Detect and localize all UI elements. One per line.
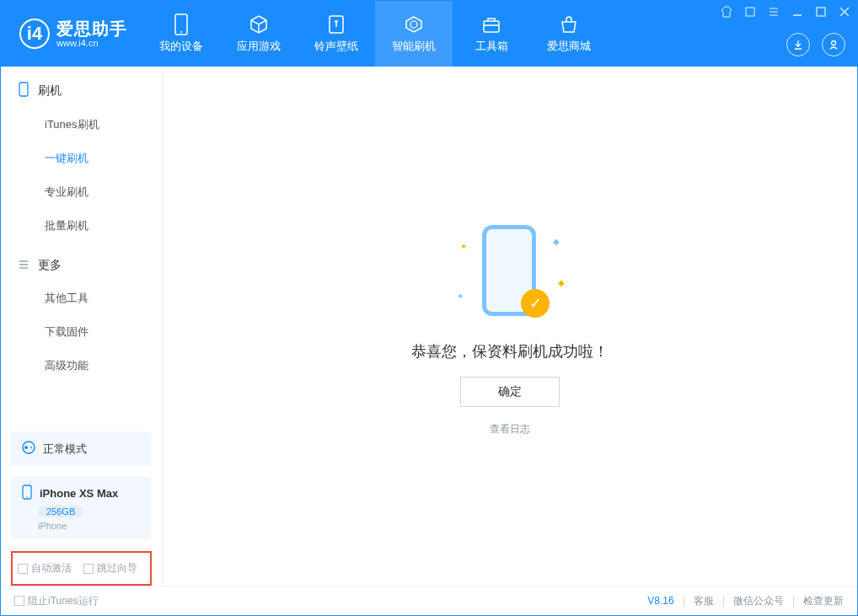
tab-store[interactable]: 爱思商城 [530, 1, 608, 67]
app-header: i4 爱思助手 www.i4.cn 我的设备 应用游戏 铃声壁纸 智能刷机 工具… [1, 1, 857, 67]
mode-label: 正常模式 [43, 442, 87, 457]
sidebar-item-other-tools[interactable]: 其他工具 [1, 281, 162, 315]
sparkle-icon: ✦ [457, 292, 464, 301]
mode-card[interactable]: 正常模式 [11, 431, 152, 466]
tab-label: 我的设备 [159, 39, 203, 54]
success-message: 恭喜您，保资料刷机成功啦！ [411, 341, 609, 362]
checkbox-skip-wizard[interactable]: 跳过向导 [83, 561, 137, 576]
view-log-link[interactable]: 查看日志 [490, 422, 530, 437]
tab-label: 工具箱 [475, 39, 508, 54]
cube-icon [248, 13, 270, 35]
svg-point-6 [832, 41, 836, 46]
device-name: iPhone XS Max [40, 487, 118, 500]
sparkle-icon: ✦ [460, 242, 467, 251]
svg-point-10 [30, 447, 32, 448]
sidebar-item-itunes-flash[interactable]: iTunes刷机 [1, 108, 162, 142]
sidebar-section-flash: 刷机 [1, 67, 162, 108]
maximize-icon[interactable] [815, 6, 827, 18]
tab-ringtones[interactable]: 铃声壁纸 [298, 1, 375, 67]
capacity-badge: 256GB [38, 506, 83, 517]
download-button[interactable] [786, 33, 810, 56]
section-title: 刷机 [38, 83, 62, 99]
tab-label: 爱思商城 [547, 39, 591, 54]
checkbox-icon [18, 564, 28, 574]
device-icon [170, 13, 192, 35]
success-illustration: ✦ ◆ ✦ ◆ ✓ [455, 217, 565, 326]
music-icon [325, 13, 347, 35]
menu-icon[interactable] [768, 6, 780, 18]
version-label: V8.16 [647, 595, 673, 607]
highlighted-options: 自动激活 跳过向导 [11, 551, 152, 586]
mode-icon [21, 440, 36, 458]
header-actions [786, 33, 845, 56]
shirt-icon[interactable] [721, 6, 732, 18]
sidebar-item-pro-flash[interactable]: 专业刷机 [1, 175, 162, 209]
svg-rect-5 [817, 8, 825, 16]
separator: | [683, 595, 685, 607]
device-type: iPhone [38, 521, 67, 531]
logo-text: 爱思助手 www.i4.cn [56, 19, 127, 48]
checkbox-label: 跳过向导 [97, 561, 137, 576]
svg-point-9 [24, 446, 28, 449]
ok-button[interactable]: 确定 [460, 377, 560, 407]
nav-tabs: 我的设备 应用游戏 铃声壁纸 智能刷机 工具箱 爱思商城 [142, 1, 608, 67]
tab-label: 智能刷机 [392, 39, 436, 54]
toolbox-icon [480, 13, 502, 35]
tab-label: 铃声壁纸 [314, 39, 358, 54]
checkbox-icon [83, 564, 94, 574]
tab-my-device[interactable]: 我的设备 [142, 1, 220, 67]
svg-point-12 [26, 496, 28, 498]
settings-icon[interactable] [744, 6, 756, 18]
tab-toolbox[interactable]: 工具箱 [453, 1, 530, 67]
app-url: www.i4.cn [56, 38, 127, 48]
list-icon [18, 259, 29, 273]
sidebar-item-batch-flash[interactable]: 批量刷机 [1, 209, 162, 243]
footer-link-update[interactable]: 检查更新 [803, 594, 844, 608]
sparkle-icon: ◆ [553, 237, 560, 246]
section-title: 更多 [38, 258, 62, 273]
sidebar-section-more: 更多 [1, 243, 162, 281]
sidebar-item-oneclick-flash[interactable]: 一键刷机 [1, 142, 162, 175]
minimize-icon[interactable] [791, 6, 803, 18]
check-badge-icon: ✓ [521, 289, 550, 318]
sidebar-item-download-firmware[interactable]: 下载固件 [1, 315, 162, 349]
body: 刷机 iTunes刷机 一键刷机 专业刷机 批量刷机 更多 其他工具 下载固件 … [1, 67, 857, 586]
tab-label: 应用游戏 [237, 39, 281, 54]
separator: | [792, 595, 795, 607]
window-controls [721, 6, 850, 18]
checkbox-label: 阻止iTunes运行 [28, 594, 99, 608]
checkbox-icon [14, 596, 24, 606]
user-button[interactable] [822, 33, 845, 56]
app-logo: i4 爱思助手 www.i4.cn [1, 19, 142, 49]
checkbox-auto-activate[interactable]: 自动激活 [18, 561, 72, 576]
checkbox-label: 自动激活 [31, 561, 72, 576]
svg-rect-4 [746, 8, 754, 16]
tab-smart-flash[interactable]: 智能刷机 [375, 1, 453, 67]
separator: | [722, 595, 725, 607]
footer: 阻止iTunes运行 V8.16 | 客服 | 微信公众号 | 检查更新 [1, 586, 857, 615]
checkbox-block-itunes[interactable]: 阻止iTunes运行 [14, 594, 99, 608]
svg-point-1 [180, 31, 182, 33]
footer-link-wechat[interactable]: 微信公众号 [733, 594, 784, 608]
svg-rect-3 [484, 21, 499, 32]
tab-apps-games[interactable]: 应用游戏 [220, 1, 298, 67]
phone-outline-icon [18, 82, 29, 99]
store-icon [558, 13, 580, 35]
refresh-icon [403, 13, 425, 35]
logo-icon: i4 [19, 19, 50, 49]
footer-link-support[interactable]: 客服 [694, 594, 714, 608]
main-content: ✦ ◆ ✦ ◆ ✓ 恭喜您，保资料刷机成功啦！ 确定 查看日志 [163, 67, 857, 586]
sidebar: 刷机 iTunes刷机 一键刷机 专业刷机 批量刷机 更多 其他工具 下载固件 … [1, 67, 163, 586]
svg-rect-7 [19, 83, 28, 96]
close-icon[interactable] [839, 6, 850, 18]
device-icon [21, 485, 33, 502]
app-title: 爱思助手 [56, 19, 127, 38]
sidebar-item-advanced[interactable]: 高级功能 [1, 349, 162, 383]
sparkle-icon: ◆ [558, 278, 565, 287]
device-card[interactable]: iPhone XS Max 256GB iPhone [11, 476, 152, 539]
